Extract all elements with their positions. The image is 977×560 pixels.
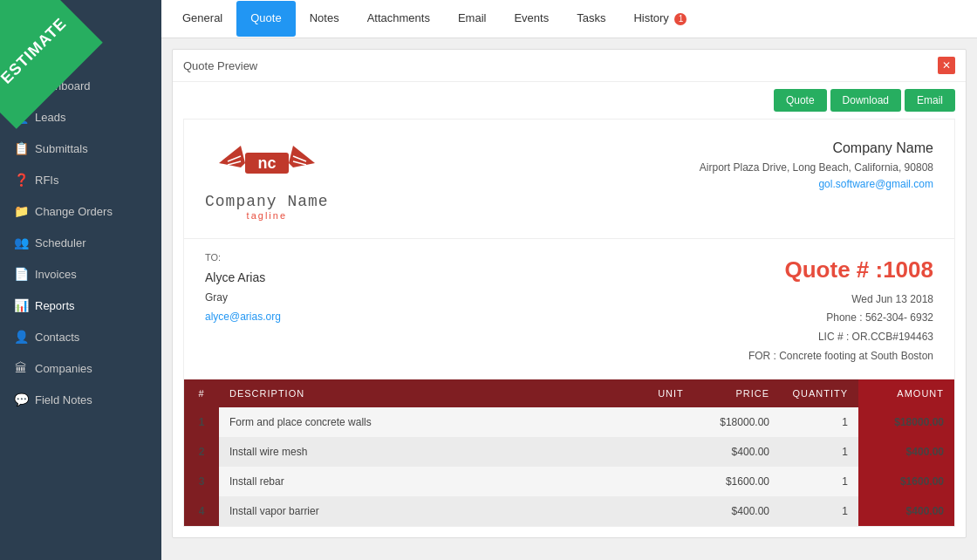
col-header-price: PRICE <box>701 379 780 407</box>
quote-number-section: Quote # :1008 Wed Jun 13 2018 Phone : 56… <box>748 249 933 365</box>
quote-preview-title: Quote Preview <box>183 59 257 72</box>
sidebar-item-label: Field Notes <box>35 393 92 406</box>
download-button[interactable]: Download <box>830 89 901 112</box>
tab-tasks[interactable]: Tasks <box>563 1 619 37</box>
change-orders-icon: 📁 <box>14 204 28 218</box>
sidebar-item-label: Invoices <box>35 268 77 281</box>
quote-document: nc Company Name tagline <box>183 119 955 527</box>
cell-qty: 1 <box>780 437 858 467</box>
cell-desc: Install wire mesh <box>219 437 640 467</box>
cell-price: $1600.00 <box>701 467 780 496</box>
sidebar-item-submittals[interactable]: 📋 Submittals <box>0 133 161 164</box>
col-header-qty: QUANTITY <box>780 379 858 407</box>
tab-history[interactable]: History 1 <box>619 1 700 38</box>
quote-preview-card: Quote Preview ✕ Quote Download Email <box>172 49 967 538</box>
table-row: 3 Install rebar $1600.00 1 $1600.00 <box>184 467 954 496</box>
cell-qty: 1 <box>780 467 858 496</box>
sidebar-item-label: Submittals <box>35 142 88 155</box>
cell-qty: 1 <box>780 496 858 526</box>
company-address: Airport Plaza Drive, Long Beach, Califor… <box>700 160 933 176</box>
cell-unit <box>640 496 701 526</box>
sidebar-item-label: Reports <box>35 299 75 312</box>
doc-header: nc Company Name tagline <box>184 120 954 238</box>
cell-amount: $400.00 <box>858 496 954 526</box>
quote-button[interactable]: Quote <box>774 89 827 112</box>
tab-bar: General Quote Notes Attachments Email Ev… <box>161 0 977 38</box>
table-row: 4 Install vapor barrier $400.00 1 $400.0… <box>184 496 954 526</box>
sidebar-item-companies[interactable]: 🏛 Companies <box>0 352 161 384</box>
customer-company: Gray <box>205 289 281 308</box>
sidebar: ESTIMATE ⊞ Dashboard 👤 Leads 📋 Submittal… <box>0 0 161 560</box>
sidebar-item-label: Contacts <box>35 331 79 344</box>
tab-attachments[interactable]: Attachments <box>353 1 444 37</box>
cell-price: $400.00 <box>701 437 780 467</box>
sidebar-item-change-orders[interactable]: 📁 Change Orders <box>0 195 161 227</box>
cell-amount: $18000.00 <box>858 407 954 437</box>
svg-text:nc: nc <box>257 154 276 172</box>
sidebar-item-label: RFIs <box>35 174 58 187</box>
table-body: 1 Form and place concrete walls $18000.0… <box>184 407 954 526</box>
quote-phone: Phone : 562-304- 6932 <box>748 309 933 328</box>
sidebar-item-label: Scheduler <box>35 236 86 249</box>
quote-number: Quote # :1008 <box>748 249 933 290</box>
sidebar-item-label: Change Orders <box>35 205 113 218</box>
invoices-icon: 📄 <box>14 267 28 281</box>
submittals-icon: 📋 <box>14 141 28 155</box>
customer-name: Alyce Arias <box>205 267 281 289</box>
sidebar-item-reports[interactable]: 📊 Reports <box>0 290 161 321</box>
email-button[interactable]: Email <box>905 89 955 112</box>
company-logo: nc Company Name tagline <box>205 137 329 221</box>
cell-amount: $1600.00 <box>858 467 954 496</box>
cell-qty: 1 <box>780 407 858 437</box>
company-info: Company Name Airport Plaza Drive, Long B… <box>700 137 933 193</box>
to-label: TO: <box>205 249 281 267</box>
cell-num: 4 <box>184 496 219 526</box>
sidebar-item-scheduler[interactable]: 👥 Scheduler <box>0 227 161 258</box>
table-row: 2 Install wire mesh $400.00 1 $400.00 <box>184 437 954 467</box>
cell-price: $400.00 <box>701 496 780 526</box>
col-header-num: # <box>184 379 219 407</box>
cell-num: 2 <box>184 437 219 467</box>
bill-to: TO: Alyce Arias Gray alyce@arias.org <box>205 249 281 365</box>
company-name-logo: Company Name <box>205 193 329 210</box>
col-header-unit: UNIT <box>640 379 701 407</box>
contacts-icon: 👤 <box>14 330 28 344</box>
cell-unit <box>640 437 701 467</box>
tab-email[interactable]: Email <box>444 1 501 37</box>
cell-desc: Install rebar <box>219 467 640 496</box>
sidebar-item-label: Companies <box>35 362 92 375</box>
sidebar-item-field-notes[interactable]: 💬 Field Notes <box>0 384 161 415</box>
tab-events[interactable]: Events <box>500 1 563 37</box>
cell-num: 1 <box>184 407 219 437</box>
col-header-desc: DESCRIPTION <box>219 379 640 407</box>
quote-actions: Quote Download Email <box>173 82 966 119</box>
close-button[interactable]: ✕ <box>938 57 955 74</box>
sidebar-item-label: Leads <box>35 111 65 124</box>
quote-lic: LIC # : OR.CCB#194463 <box>748 328 933 347</box>
tagline: tagline <box>247 210 287 221</box>
quote-for: FOR : Concrete footing at South Boston <box>748 347 933 366</box>
tab-general[interactable]: General <box>168 1 236 37</box>
sidebar-item-rfis[interactable]: ❓ RFIs <box>0 164 161 195</box>
logo-svg: nc <box>215 137 319 189</box>
companies-icon: 🏛 <box>14 361 28 375</box>
cell-unit <box>640 407 701 437</box>
history-badge: 1 <box>674 13 687 25</box>
customer-email: alyce@arias.org <box>205 308 281 327</box>
sidebar-item-invoices[interactable]: 📄 Invoices <box>0 258 161 290</box>
quote-details-row: TO: Alyce Arias Gray alyce@arias.org Quo… <box>184 238 954 379</box>
scheduler-icon: 👥 <box>14 236 28 249</box>
tab-notes[interactable]: Notes <box>296 1 353 37</box>
quote-preview-header: Quote Preview ✕ <box>173 50 966 82</box>
cell-desc: Install vapor barrier <box>219 496 640 526</box>
cell-num: 3 <box>184 467 219 496</box>
cell-desc: Form and place concrete walls <box>219 407 640 437</box>
table-header-row: # DESCRIPTION UNIT PRICE QUANTITY AMOUNT <box>184 379 954 407</box>
cell-amount: $400.00 <box>858 437 954 467</box>
sidebar-item-contacts[interactable]: 👤 Contacts <box>0 321 161 352</box>
rfis-icon: ❓ <box>14 173 28 187</box>
tab-quote[interactable]: Quote <box>236 1 295 37</box>
cell-unit <box>640 467 701 496</box>
quote-table: # DESCRIPTION UNIT PRICE QUANTITY AMOUNT… <box>184 379 954 526</box>
reports-icon: 📊 <box>14 298 28 312</box>
